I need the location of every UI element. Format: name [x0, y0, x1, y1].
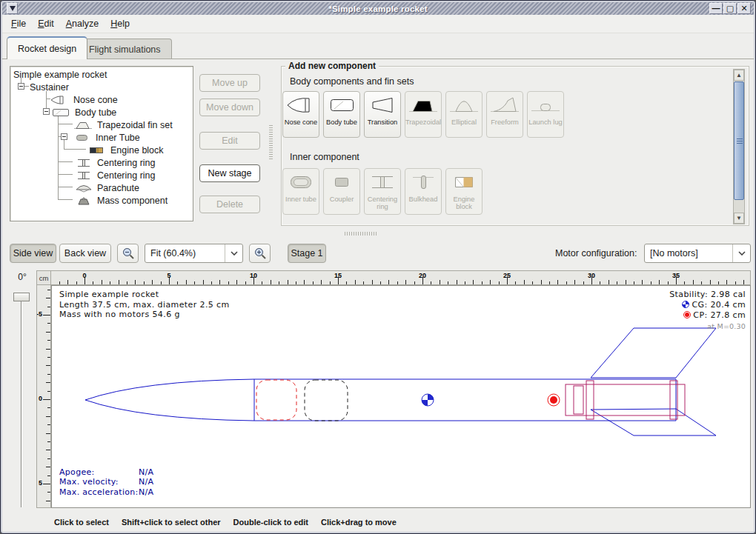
add-component-scrollbar[interactable]: ▲ ▼: [733, 69, 745, 224]
new-stage-button[interactable]: New stage: [199, 164, 260, 182]
tree-guide-line: [24, 86, 29, 87]
mach-label: at M=0.30: [669, 321, 746, 332]
collapse-handle-body-tube[interactable]: [43, 108, 50, 115]
component-button-bulkhead[interactable]: Bulkhead: [405, 168, 442, 215]
horizontal-ruler: 05101520253035: [51, 270, 751, 285]
edit-button[interactable]: Edit: [199, 132, 260, 150]
tree-guide-line: [58, 199, 73, 200]
inner-tube-icon: [73, 133, 92, 143]
tree-item-centering-ring-1[interactable]: Centering ring: [74, 156, 156, 169]
component-button-elliptical[interactable]: Elliptical: [445, 91, 483, 138]
rotation-slider[interactable]: [21, 294, 22, 507]
component-button-launch-lug[interactable]: Launch lug: [527, 91, 564, 138]
collapse-handle-sustainer[interactable]: [18, 83, 24, 90]
tree-guide-line: [46, 91, 47, 108]
component-button-coupler[interactable]: Coupler: [323, 168, 360, 215]
engine-block-icon: [446, 169, 482, 196]
tab-flight-simulations[interactable]: Flight simulations: [78, 39, 172, 59]
stage-1-toggle[interactable]: Stage 1: [288, 244, 326, 263]
back-view-button[interactable]: Back view: [59, 244, 111, 263]
menu-file[interactable]: File: [5, 16, 32, 31]
rotation-slider-handle[interactable]: [13, 293, 30, 301]
tree-item-rocket[interactable]: Simple example rocket: [13, 68, 107, 81]
delete-button[interactable]: Delete: [199, 196, 260, 213]
svg-text:0: 0: [82, 272, 86, 279]
cp-legend-icon: [683, 311, 691, 321]
rocket-figure-canvas[interactable]: Simple example rocket Length 37.5 cm, ma…: [51, 285, 751, 508]
status-bar: Click to select Shift+click to select ot…: [2, 513, 754, 532]
collapse-handle-inner-tube[interactable]: [61, 133, 67, 140]
move-down-button[interactable]: Move down: [199, 99, 260, 116]
scroll-down-button[interactable]: ▼: [734, 213, 744, 224]
component-button-transition[interactable]: Transition: [364, 91, 401, 138]
svg-text:20: 20: [419, 272, 426, 279]
trapezoidal-fin-icon: [74, 120, 93, 130]
cg-value: CG: 20.4 cm: [692, 300, 746, 310]
body-tube-icon: [324, 92, 359, 119]
vertical-ruler: -505: [36, 285, 51, 508]
parachute-outline: [256, 380, 296, 420]
component-button-nose-cone[interactable]: Nose cone: [282, 91, 319, 138]
svg-text:0: 0: [39, 395, 42, 402]
stability-value: Stability: 2.98 cal: [669, 290, 746, 300]
close-button[interactable]: ✕: [737, 3, 751, 14]
component-button-body-tube[interactable]: Body tube: [323, 91, 360, 138]
component-button-centering-ring[interactable]: Centering ring: [364, 168, 401, 215]
side-view-button[interactable]: Side view: [10, 244, 56, 263]
tree-item-nose-cone[interactable]: Nose cone: [50, 93, 118, 106]
scrollbar-thumb[interactable]: [734, 81, 744, 200]
tree-item-centering-ring-2[interactable]: Centering ring: [74, 169, 156, 181]
body-tube-icon: [52, 107, 71, 118]
zoom-out-button[interactable]: [117, 244, 139, 263]
hint-double-click: Double-click to edit: [233, 518, 308, 527]
motor-configuration-label: Motor configuration:: [555, 244, 637, 263]
tree-item-mass-component[interactable]: Mass component: [74, 194, 168, 207]
vertical-splitter-handle[interactable]: [269, 125, 273, 161]
menu-analyze[interactable]: Analyze: [60, 16, 105, 31]
launch-lug-icon: [528, 92, 563, 119]
inner-tube-icon: [283, 169, 319, 196]
hint-click-select: Click to select: [54, 518, 109, 527]
tree-item-fin-set[interactable]: Trapezoidal fin set: [74, 119, 173, 131]
zoom-select[interactable]: Fit (60.4%): [145, 244, 243, 263]
hint-shift-click: Shift+click to select other: [122, 518, 221, 527]
engine-block-outline: [574, 386, 583, 414]
tree-item-inner-tube[interactable]: Inner Tube: [73, 131, 140, 144]
tree-item-parachute[interactable]: Parachute: [74, 181, 139, 194]
tree-item-sustainer[interactable]: Sustainer: [30, 81, 69, 93]
svg-text:10: 10: [250, 272, 257, 279]
title-bar[interactable]: *Simple example rocket — ▢ ✕: [2, 2, 754, 15]
stability-info: Stability: 2.98 cal CG: 20.4 cm CP: 27.8…: [669, 290, 746, 331]
rotation-angle-label: 0°: [10, 272, 35, 282]
cg-marker: [422, 394, 434, 406]
centering-ring-outline: [586, 381, 594, 419]
tree-item-body-tube[interactable]: Body tube: [52, 106, 116, 119]
menu-edit[interactable]: Edit: [32, 16, 60, 31]
tree-item-engine-block[interactable]: Engine block: [87, 144, 164, 156]
centering-ring-icon: [74, 158, 93, 168]
move-up-button[interactable]: Move up: [199, 74, 260, 92]
ruler-unit-label: cm: [36, 270, 51, 285]
maximize-button[interactable]: ▢: [723, 3, 737, 14]
centering-ring-icon: [365, 169, 400, 196]
tree-guide-line: [58, 174, 73, 175]
tree-guide-line: [58, 187, 73, 187]
svg-text:-5: -5: [37, 310, 42, 318]
component-tree[interactable]: Simple example rocket Sustainer Nose con…: [10, 66, 193, 221]
zoom-in-button[interactable]: [249, 244, 271, 263]
component-button-inner-tube[interactable]: Inner tube: [282, 168, 319, 215]
tree-guide-line: [64, 140, 64, 149]
menu-bar: File Edit Analyze Help: [2, 15, 754, 33]
component-button-engine-block[interactable]: Engine block: [445, 168, 483, 215]
scroll-up-button[interactable]: ▲: [734, 70, 744, 81]
elliptical-fin-icon: [446, 92, 482, 119]
minimize-button[interactable]: —: [709, 3, 723, 14]
tree-guide-line: [58, 124, 73, 124]
tab-rocket-design[interactable]: Rocket design: [7, 36, 87, 59]
horizontal-splitter-handle[interactable]: [345, 232, 377, 236]
component-button-freeform[interactable]: Freeform: [486, 91, 523, 138]
flight-data-summary: Apogee:N/A Max. velocity:N/A Max. accele…: [59, 467, 153, 498]
menu-help[interactable]: Help: [105, 16, 136, 31]
motor-configuration-select[interactable]: [No motors]: [644, 244, 751, 263]
component-button-trapezoidal[interactable]: Trapezoidal: [405, 91, 442, 138]
